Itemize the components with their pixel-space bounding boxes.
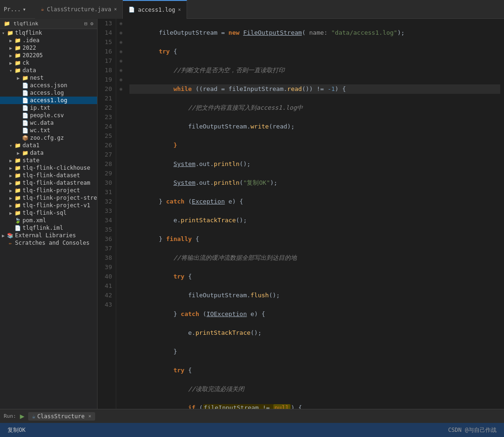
tree-item-access-log[interactable]: ▶ 📄 access.log xyxy=(0,89,97,97)
sidebar-toolbar: ⊟ ⚙ xyxy=(84,21,93,27)
tree-item-data1[interactable]: ▾ 📁 data1 xyxy=(0,142,97,149)
code-line-32: //读取完流必须关闭 xyxy=(129,384,500,394)
tree-item-project[interactable]: ▶ 📁 tlq-flink-project xyxy=(0,187,97,194)
tree-item-pom[interactable]: ▶ 🍃 pom.xml xyxy=(0,217,97,224)
tree-label-state: state xyxy=(22,157,39,164)
status-left: 复制OK xyxy=(8,426,25,434)
run-tab-label: ClassStructure xyxy=(37,413,84,420)
tree-item-root[interactable]: ▾ 📁 tlqflink xyxy=(0,29,97,37)
tab-log-label: access1.log xyxy=(138,7,175,13)
tree-label-project-stream: tlq-flink-project-stream xyxy=(22,195,98,201)
tree-item-data[interactable]: ▾ 📁 data xyxy=(0,67,97,74)
code-line-18: fileOutputStream.write(read); xyxy=(129,122,500,131)
tree-item-wc-txt[interactable]: ▶ 📄 wc.txt xyxy=(0,127,97,134)
tree-item-datastream[interactable]: ▶ 📁 tlq-flink-datastream xyxy=(0,179,97,187)
code-line-19: } xyxy=(129,141,500,150)
tree-label-datastream: tlq-flink-datastream xyxy=(22,180,90,186)
tree-item-dataset[interactable]: ▶ 📁 tlq-flink-dataset xyxy=(0,172,97,179)
code-line-27: fileOutputStream.flush(); xyxy=(129,291,500,300)
main-layout: 📁 tlqflink ⊟ ⚙ ▾ 📁 tlqflink ▶ 📁 .idea xyxy=(0,19,504,409)
tab-java-label: ClassStructure.java xyxy=(47,6,111,13)
status-bar: 复制OK CSDN @与自己作战 xyxy=(0,423,504,437)
sidebar: 📁 tlqflink ⊟ ⚙ ▾ 📁 tlqflink ▶ 📁 .idea xyxy=(0,19,98,409)
tree-label-iml: tlqflink.iml xyxy=(22,225,63,231)
tree-label-ck: ck xyxy=(22,60,29,66)
tree-item-data1-data[interactable]: ▶ 📁 data xyxy=(0,149,97,157)
tree-item-scratches[interactable]: ▶ ✏️ Scratches and Consoles xyxy=(0,239,97,247)
code-line-29: e.printStackTrace(); xyxy=(129,328,500,338)
code-line-17: //把文件内容直接写入到access1.log中 xyxy=(129,103,500,113)
tree-item-ext-lib[interactable]: ▶ 📚 External Libraries xyxy=(0,232,97,239)
run-bar: Run: ▶ ☕ ClassStructure × xyxy=(0,409,504,423)
code-editor[interactable]: fileOutputStream = new FileOutputStream(… xyxy=(126,19,504,409)
tree-item-clickhouse[interactable]: ▶ 📁 tlq-flink-clickhouse xyxy=(0,164,97,172)
tree-label-202205: 202205 xyxy=(22,52,43,59)
tree-item-project-stream[interactable]: ▶ 📁 tlq-flink-project-stream xyxy=(0,194,97,202)
run-tab-close[interactable]: × xyxy=(89,414,91,419)
run-class-icon: ☕ xyxy=(32,413,35,420)
run-tab[interactable]: ☕ ClassStructure × xyxy=(28,412,95,421)
tree-label-people-csv: people.csv xyxy=(29,112,64,119)
tree-item-state[interactable]: ▶ 📁 state xyxy=(0,157,97,164)
tree-item-wc-data[interactable]: ▶ 📄 wc.data xyxy=(0,119,97,127)
tree-item-iml[interactable]: ▶ 📄 tlqflink.iml xyxy=(0,224,97,232)
code-line-31: try { xyxy=(129,366,500,375)
tree-label-project-v1: tlq-flink-project-v1 xyxy=(22,202,90,209)
tab-bar: ☕ ClassStructure.java × 📄 access1.log × xyxy=(35,0,500,19)
tree-item-project-v1[interactable]: ▶ 📁 tlq-flink-project-v1 xyxy=(0,202,97,209)
code-line-14: try { xyxy=(129,47,500,56)
code-container[interactable]: 13 14 15 16 17 18 19 20 21 22 23 24 25 2… xyxy=(98,19,504,409)
tree-label-access-log: access.log xyxy=(29,90,64,96)
tree-item-ck[interactable]: ▶ 📁 ck xyxy=(0,59,97,67)
code-line-23: e.printStackTrace(); xyxy=(129,216,500,225)
tree-label-pom: pom.xml xyxy=(22,217,46,224)
tree-label-data: data xyxy=(22,67,36,74)
code-line-30: } xyxy=(129,347,500,356)
code-line-28: } catch (IOException e) { xyxy=(129,309,500,319)
tree-label-data1-data: data xyxy=(29,150,44,156)
code-line-24: } finally { xyxy=(129,234,500,244)
tree-item-access1-log[interactable]: ▶ 📄 access1.log xyxy=(0,97,97,104)
tree-label-dataset: tlq-flink-dataset xyxy=(22,172,80,179)
tree-item-idea[interactable]: ▶ 📁 .idea xyxy=(0,37,97,44)
tree-label-nest: nest xyxy=(29,75,44,81)
tree-label-wc-data: wc.data xyxy=(29,120,54,126)
tree-label-access1-log: access1.log xyxy=(29,97,67,104)
tree-label-zoo-gz: zoo.cfg.gz xyxy=(29,135,64,141)
tree-item-2022[interactable]: ▶ 📁 2022 xyxy=(0,44,97,52)
tree-label-ext-lib: External Libraries xyxy=(14,232,76,239)
tree-item-people-csv[interactable]: ▶ 📄 people.csv xyxy=(0,112,97,119)
tree-item-access-json[interactable]: ▶ 📄 access.json xyxy=(0,82,97,89)
tree-item-zoo-gz[interactable]: ▶ 📦 zoo.cfg.gz xyxy=(0,134,97,142)
collapse-all-icon[interactable]: ⊟ xyxy=(84,21,88,27)
tree-item-sql[interactable]: ▶ 📁 tlq-flink-sql xyxy=(0,209,97,217)
editor-area: 13 14 15 16 17 18 19 20 21 22 23 24 25 2… xyxy=(98,19,504,409)
log-file-icon: 📄 xyxy=(128,7,135,13)
code-line-15: //判断文件是否为空，否则一直读取打印 xyxy=(129,66,500,75)
tree-item-nest[interactable]: ▶ 📁 nest xyxy=(0,74,97,82)
project-icon: 📁 xyxy=(4,21,10,27)
tree-item-ip-txt[interactable]: ▶ 📄 ip.txt xyxy=(0,104,97,112)
run-label: Run: xyxy=(4,413,16,419)
tab-java[interactable]: ☕ ClassStructure.java × xyxy=(35,0,123,19)
tree-label-clickhouse: tlq-flink-clickhouse xyxy=(22,165,90,171)
code-line-21: System.out.println("复制OK"); xyxy=(129,178,500,188)
code-line-22: } catch (Exception e) { xyxy=(129,197,500,206)
tree-label-ip-txt: ip.txt xyxy=(29,105,50,111)
run-play-button[interactable]: ▶ xyxy=(20,412,25,421)
tab-log[interactable]: 📄 access1.log × xyxy=(123,0,187,19)
tab-log-close[interactable]: × xyxy=(178,7,181,12)
gutter: ◉ ◉ ◉ ◉ ◉ ◉ xyxy=(116,19,126,409)
status-output: 复制OK xyxy=(8,426,25,434)
tree-item-202205[interactable]: ▶ 📁 202205 xyxy=(0,52,97,59)
code-line-25: //将输出流的缓冲流数据全部写出到达目的地 xyxy=(129,253,500,263)
tree-label-idea: .idea xyxy=(22,37,39,44)
tree-label-2022: 2022 xyxy=(22,45,36,51)
tab-java-close[interactable]: × xyxy=(114,7,117,12)
tree-label-sql: tlq-flink-sql xyxy=(22,210,67,216)
code-line-33: if (fileInputStream != null) { xyxy=(129,403,500,409)
java-file-icon: ☕ xyxy=(41,6,44,12)
tree-label-project: tlq-flink-project xyxy=(22,187,80,194)
settings-icon[interactable]: ⚙ xyxy=(90,21,93,27)
project-selector[interactable]: Pr... ▾ xyxy=(4,6,26,13)
